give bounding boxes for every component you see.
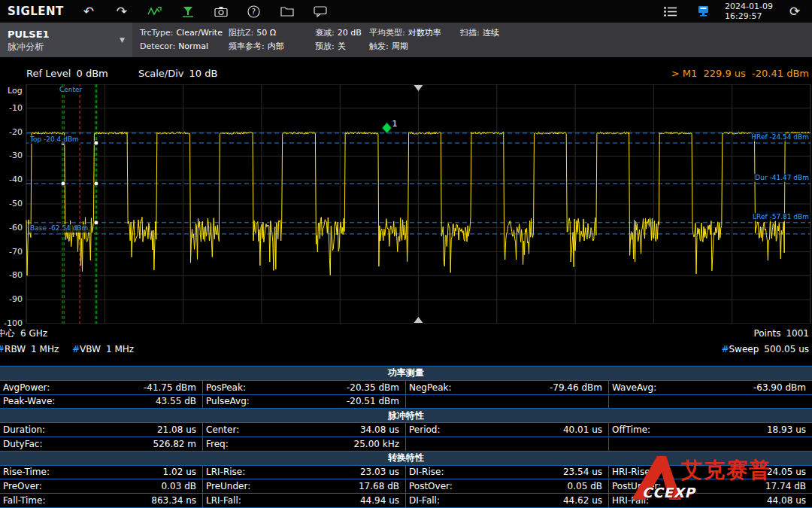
table-cell: LRI-Fall:44.94 us xyxy=(203,494,406,507)
measurement-value: 43.55 dB xyxy=(156,396,196,406)
table-cell xyxy=(609,395,812,409)
measurement-label: LRI-Rise: xyxy=(206,467,245,477)
datetime: 2024-01-09 16:29:57 xyxy=(725,2,773,21)
table-cell: Period:40.01 us xyxy=(406,423,609,437)
measurement-value: 0.05 dB xyxy=(568,481,602,491)
y-axis-tick: -40 xyxy=(0,175,23,185)
measurement-value: 23.54 us xyxy=(563,467,602,477)
refline-label-dur: Dur -41.47 dBm xyxy=(753,174,810,182)
chart-header: Ref Level0 dBm Scale/Div10 dB > M1 229.9… xyxy=(0,65,812,83)
points-readout[interactable]: Points1001 xyxy=(753,327,809,340)
table-cell: OffTime:18.93 us xyxy=(609,423,812,437)
measurement-value: 17.68 dB xyxy=(359,481,399,491)
remote-device-icon[interactable] xyxy=(692,2,714,20)
measurement-label: PosPeak: xyxy=(206,382,246,393)
rbw-readout[interactable]: #RBW1 MHz xyxy=(0,343,59,356)
settings-column: 衰减:20 dB预放:关 xyxy=(315,26,362,53)
measurement-value: -20.35 dBm xyxy=(347,382,399,393)
mode-subtitle: 脉冲分析 xyxy=(8,41,120,53)
vbw-readout[interactable]: #VBW1 MHz xyxy=(72,343,134,356)
camera-icon[interactable] xyxy=(210,2,232,20)
measurement-value: 18.93 us xyxy=(767,424,806,435)
scale-div-readout[interactable]: Scale/Div10 dB xyxy=(138,68,218,79)
trace-icon[interactable] xyxy=(144,2,166,20)
y-axis-tick: -80 xyxy=(0,270,23,281)
measurement-label: LRI-Fall: xyxy=(206,495,241,506)
table-cell: AvgPower:-41.75 dBm xyxy=(0,381,203,394)
time-text: 16:29:57 xyxy=(725,11,773,21)
brand-logo: SIGLENT xyxy=(0,5,77,18)
measurement-label: Rise-Time: xyxy=(3,467,50,477)
settings-column: 平均类型:对数功率触发:周期 xyxy=(369,26,441,53)
measurement-value: 44.94 us xyxy=(360,495,399,506)
center-indicator-top-icon xyxy=(414,85,423,91)
table-cell: PosPeak:-20.35 dBm xyxy=(203,381,406,394)
table-cell: DI-Rise:23.54 us xyxy=(406,466,609,479)
setting-item: 触发:周期 xyxy=(369,40,441,53)
measurement-value: 526.82 m xyxy=(153,439,197,449)
measurement-value: -41.75 dBm xyxy=(144,382,196,393)
table-cell xyxy=(406,437,609,451)
measurement-value: 34.08 us xyxy=(360,424,399,435)
measurement-label: NegPeak: xyxy=(409,382,452,393)
measurement-value: 40.01 us xyxy=(563,424,602,435)
table-cell: Fall-Time:863.34 ns xyxy=(0,494,203,507)
table-row: Duration:21.08 usCenter:34.08 usPeriod:4… xyxy=(0,423,812,437)
table-cell: NegPeak:-79.46 dBm xyxy=(406,381,609,394)
chart-footer: 中心6 GHz Points1001 #RBW1 MHz #VBW1 MHz #… xyxy=(0,324,812,360)
measurement-label: Duration: xyxy=(3,424,45,435)
y-axis-tick: -60 xyxy=(0,223,23,233)
history-icon[interactable]: ⟳ xyxy=(783,2,806,20)
table-cell: DutyFac:526.82 m xyxy=(0,437,203,451)
table-section-title: 功率测量 xyxy=(0,367,812,381)
mode-title: PULSE1 xyxy=(8,28,120,41)
message-icon[interactable] xyxy=(309,2,332,20)
spectrum-plot[interactable]: 1 Log -10-20-30-40-50-60-70-80-90-100Top… xyxy=(0,84,812,324)
table-cell xyxy=(406,395,609,409)
table-section-title: 转换特性 xyxy=(0,452,812,466)
measurement-tables: 功率测量AvgPower:-41.75 dBmPosPeak:-20.35 dB… xyxy=(0,366,812,508)
measurement-label: HRI-Fall: xyxy=(612,495,649,506)
measurement-label: PreUnder: xyxy=(206,481,250,491)
refline-label-top: Top -20.4 dBm xyxy=(29,135,80,144)
table-cell: PostOver:0.05 dB xyxy=(406,479,609,493)
measurement-label: PreOver: xyxy=(3,481,42,491)
table-cell: Duration:21.08 us xyxy=(0,423,203,437)
measurement-value: -79.46 dBm xyxy=(550,382,602,393)
table-row: Peak-Wave:43.55 dBPulseAvg:-20.51 dBm xyxy=(0,395,812,409)
ref-level-readout[interactable]: Ref Level0 dBm xyxy=(26,68,108,79)
measurement-value: 44.62 us xyxy=(563,495,602,506)
undo-icon[interactable]: ↶ xyxy=(77,2,100,20)
folder-icon[interactable] xyxy=(276,2,298,20)
trace-canvas[interactable]: 1 xyxy=(0,84,812,324)
measurement-label: DutyFac: xyxy=(3,439,42,449)
setting-item: Detecor:Normal xyxy=(140,40,223,53)
measurement-label: PostUnder: xyxy=(612,481,661,491)
setting-item: 平均类型:对数功率 xyxy=(369,26,441,40)
help-icon[interactable]: ? xyxy=(243,2,265,20)
table-row: Fall-Time:863.34 nsLRI-Fall:44.94 usDI-F… xyxy=(0,494,812,508)
settings-column: 扫描:连续 xyxy=(460,26,499,40)
table-row: DutyFac:526.82 mFreq:25.00 kHz xyxy=(0,437,812,452)
table-cell: WaveAvg:-63.90 dBm xyxy=(609,381,812,394)
measurement-label: Peak-Wave: xyxy=(3,396,55,406)
sweep-readout[interactable]: #Sweep500.05 us xyxy=(721,343,809,356)
setting-item: 扫描:连续 xyxy=(460,26,499,40)
settings-column: 阻抗Z:50 Ω频率参考:内部 xyxy=(229,26,284,53)
table-cell: LRI-Rise:23.03 us xyxy=(203,466,406,479)
marker-diamond[interactable]: 1 xyxy=(383,119,398,133)
mode-selector[interactable]: PULSE1 脉冲分析 ▼ xyxy=(0,23,132,57)
menu-list-icon[interactable] xyxy=(659,2,681,20)
detector-icon[interactable] xyxy=(177,2,199,20)
table-cell: PreOver:0.03 dB xyxy=(0,479,203,493)
table-cell: Peak-Wave:43.55 dB xyxy=(0,395,203,409)
measurement-value: 24.05 us xyxy=(767,467,806,477)
table-row: PreOver:0.03 dBPreUnder:17.68 dBPostOver… xyxy=(0,479,812,494)
redo-icon[interactable]: ↷ xyxy=(111,2,133,20)
center-frequency-readout[interactable]: 中心6 GHz xyxy=(0,327,47,340)
table-cell: PostUnder:17.74 dB xyxy=(609,479,812,493)
setting-item: 阻抗Z:50 Ω xyxy=(229,26,284,40)
y-axis-tick: -10 xyxy=(0,103,23,114)
measurement-label: AvgPower: xyxy=(3,382,50,393)
measurement-label: WaveAvg: xyxy=(612,382,656,393)
